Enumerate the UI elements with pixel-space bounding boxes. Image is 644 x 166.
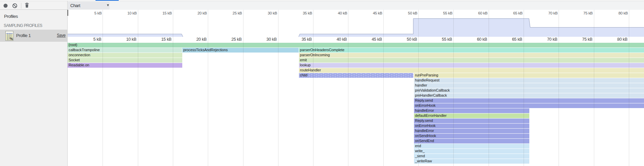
svg-text:%: %	[10, 37, 13, 41]
